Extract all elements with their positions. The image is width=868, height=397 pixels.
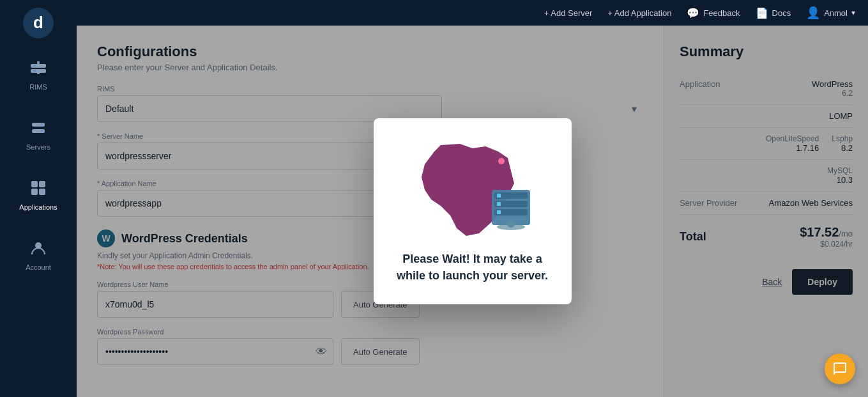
feedback-button[interactable]: 💬 Feedback — [687, 7, 740, 19]
loading-modal: Please Wait! It may take a while to laun… — [374, 118, 572, 304]
main-area: + Add Server + Add Application 💬 Feedbac… — [77, 0, 868, 397]
sidebar-item-rims[interactable]: RIMS — [0, 51, 77, 96]
svg-rect-13 — [39, 181, 45, 187]
svg-rect-4 — [33, 65, 36, 66]
account-icon — [27, 237, 50, 260]
svg-point-10 — [42, 124, 43, 126]
sidebar-item-servers-label: Servers — [26, 143, 50, 151]
modal-image — [402, 139, 543, 241]
svg-point-17 — [498, 158, 505, 164]
app-logo[interactable]: d — [23, 8, 54, 38]
feedback-icon: 💬 — [687, 7, 699, 19]
feedback-label: Feedback — [703, 8, 740, 18]
sidebar-item-account-label: Account — [26, 263, 51, 271]
svg-rect-15 — [39, 189, 45, 195]
sidebar-item-account[interactable]: Account — [0, 231, 77, 276]
add-application-label: + Add Application — [607, 8, 671, 18]
add-server-button[interactable]: + Add Server — [544, 8, 593, 18]
svg-point-26 — [507, 220, 515, 228]
sidebar-item-rims-label: RIMS — [29, 83, 47, 91]
sidebar: d RIMS Servers — [0, 0, 77, 397]
user-name: Anmol — [824, 8, 848, 18]
add-application-button[interactable]: + Add Application — [607, 8, 671, 18]
svg-rect-5 — [33, 70, 36, 72]
sidebar-item-applications-label: Applications — [19, 203, 57, 211]
svg-rect-22 — [497, 194, 501, 198]
svg-point-11 — [42, 130, 43, 132]
user-avatar-icon: 👤 — [806, 6, 820, 20]
loading-modal-overlay: Please Wait! It may take a while to laun… — [77, 26, 868, 397]
modal-message: Please Wait! It may take a while to laun… — [394, 251, 551, 283]
content-area: Configurations Please enter your Server … — [77, 26, 868, 397]
user-chevron-icon: ▾ — [851, 8, 855, 17]
topbar: + Add Server + Add Application 💬 Feedbac… — [77, 0, 868, 26]
svg-rect-2 — [31, 64, 46, 68]
rims-icon — [27, 56, 50, 79]
svg-rect-7 — [37, 72, 40, 74]
docs-label: Docs — [772, 8, 791, 18]
sidebar-item-servers[interactable]: Servers — [0, 111, 77, 156]
user-menu[interactable]: 👤 Anmol ▾ — [806, 6, 855, 20]
applications-icon — [27, 176, 50, 199]
sidebar-item-applications[interactable]: Applications — [0, 171, 77, 216]
add-server-label: + Add Server — [544, 8, 593, 18]
servers-icon — [27, 116, 50, 139]
svg-rect-23 — [497, 202, 501, 206]
docs-icon: 📄 — [756, 7, 768, 19]
svg-rect-24 — [497, 210, 501, 214]
svg-text:d: d — [33, 13, 43, 32]
chat-button[interactable] — [825, 354, 855, 384]
svg-rect-14 — [31, 189, 38, 195]
svg-rect-6 — [37, 61, 40, 64]
docs-button[interactable]: 📄 Docs — [756, 7, 791, 19]
svg-rect-12 — [31, 181, 38, 187]
